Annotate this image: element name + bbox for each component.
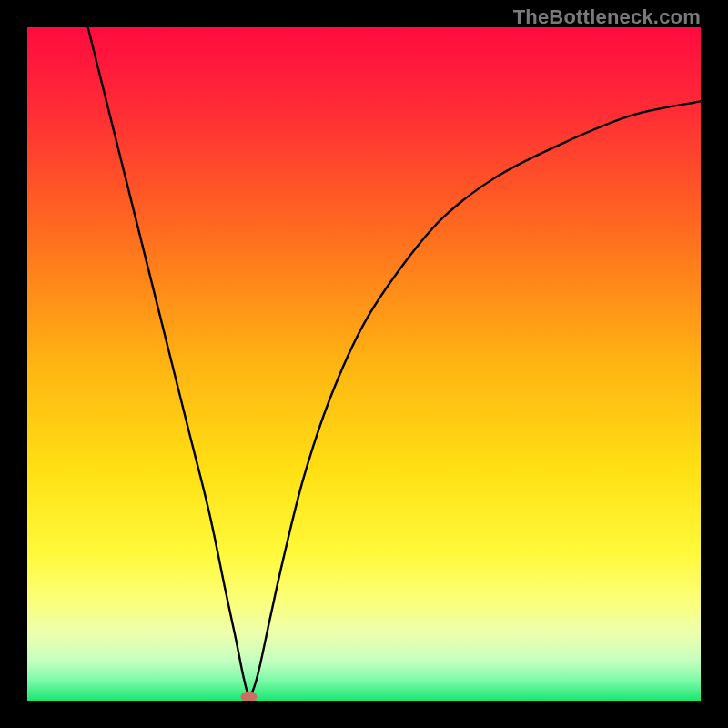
chart-frame: TheBottleneck.com [0,0,728,728]
watermark-text: TheBottleneck.com [513,5,701,29]
chart-plot-area [27,27,701,701]
bottleneck-chart [27,27,701,701]
